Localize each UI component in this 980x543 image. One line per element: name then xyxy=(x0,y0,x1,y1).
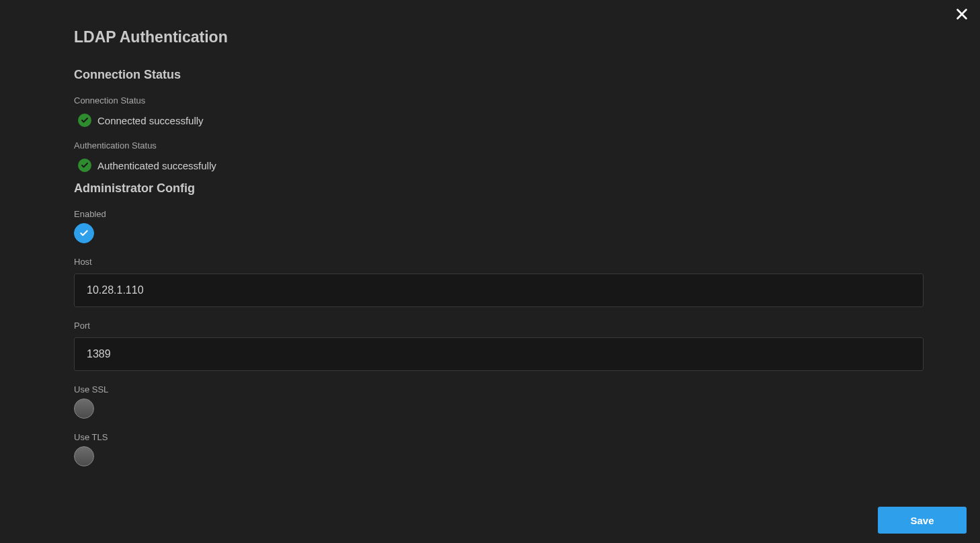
enabled-label: Enabled xyxy=(74,209,928,219)
connection-status-text: Connected successfully xyxy=(97,115,204,126)
use-tls-toggle[interactable] xyxy=(74,446,94,466)
use-ssl-toggle[interactable] xyxy=(74,399,94,419)
authentication-status-row: Authenticated successfully xyxy=(74,159,928,172)
check-circle-icon xyxy=(78,114,91,127)
host-input[interactable] xyxy=(74,274,924,307)
page-title: LDAP Authentication xyxy=(0,0,980,46)
authentication-status-label: Authentication Status xyxy=(74,140,928,151)
authentication-status-text: Authenticated successfully xyxy=(97,160,216,171)
use-tls-label: Use TLS xyxy=(74,432,928,442)
content-scroll[interactable]: Connection Status Connection Status Conn… xyxy=(74,64,968,472)
enabled-toggle[interactable] xyxy=(74,223,94,243)
footer: Save xyxy=(878,507,967,534)
check-circle-icon xyxy=(78,159,91,172)
close-button[interactable] xyxy=(953,5,971,23)
save-button[interactable]: Save xyxy=(878,507,967,534)
check-icon xyxy=(79,228,89,238)
connection-status-label: Connection Status xyxy=(74,95,928,106)
port-input[interactable] xyxy=(74,337,924,371)
close-icon xyxy=(954,7,969,22)
port-label: Port xyxy=(74,321,928,331)
use-ssl-label: Use SSL xyxy=(74,384,928,394)
connection-status-row: Connected successfully xyxy=(74,114,928,127)
host-label: Host xyxy=(74,257,928,267)
section-connection-status: Connection Status xyxy=(74,68,928,82)
section-admin-config: Administrator Config xyxy=(74,181,928,196)
